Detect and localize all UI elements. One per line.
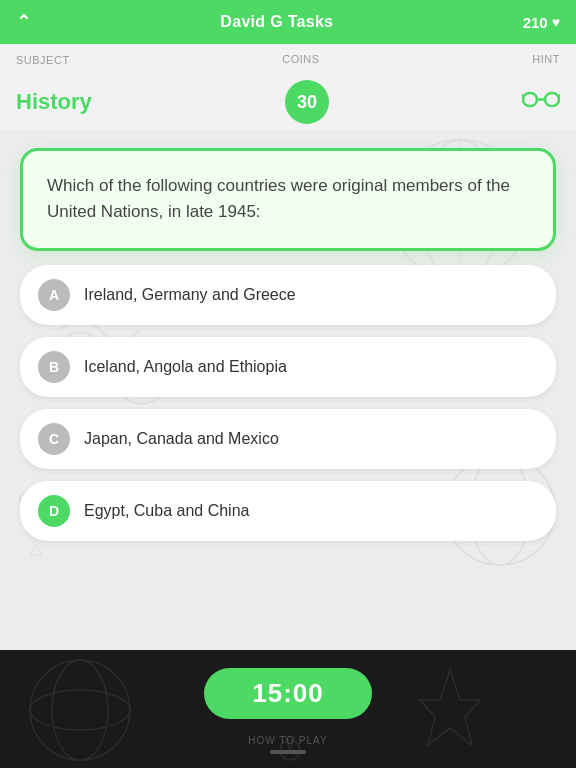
score-value: 210	[523, 14, 548, 31]
answer-d-text: Egypt, Cuba and China	[84, 502, 249, 520]
answer-d-letter: D	[38, 495, 70, 527]
bottom-bar: 15:00 HOW TO PLAY	[0, 650, 576, 768]
timer-value: 15:00	[252, 678, 324, 708]
info-row: History 30	[0, 72, 576, 130]
answer-d[interactable]: D Egypt, Cuba and China	[20, 481, 556, 541]
answer-b[interactable]: B Iceland, Angola and Ethiopia	[20, 337, 556, 397]
svg-point-15	[30, 660, 130, 760]
subject-label: SUBJECT	[16, 50, 70, 68]
how-to-play-section[interactable]: HOW TO PLAY	[248, 731, 327, 754]
answer-b-letter: B	[38, 351, 70, 383]
answer-c-letter: C	[38, 423, 70, 455]
answer-a-letter: A	[38, 279, 70, 311]
subject-name: History	[16, 89, 92, 115]
svg-rect-1	[545, 93, 559, 106]
main-content-area: Which of the following countries were or…	[0, 130, 576, 650]
svg-point-16	[52, 660, 108, 760]
score-display: 210 ♥	[523, 14, 560, 31]
coins-value: 30	[297, 92, 317, 113]
answers-section: A Ireland, Germany and Greece B Iceland,…	[0, 265, 576, 541]
heart-icon: ♥	[552, 14, 560, 30]
answer-a[interactable]: A Ireland, Germany and Greece	[20, 265, 556, 325]
svg-marker-14	[30, 545, 42, 555]
svg-line-3	[522, 95, 523, 100]
page-wrapper: ⌃ David G Tasks 210 ♥ SUBJECT COINS HINT…	[0, 0, 576, 768]
top-bar: ⌃ David G Tasks 210 ♥	[0, 0, 576, 44]
question-text: Which of the following countries were or…	[47, 173, 529, 226]
timer-display: 15:00	[204, 668, 372, 719]
question-card: Which of the following countries were or…	[20, 148, 556, 251]
answer-b-text: Iceland, Angola and Ethiopia	[84, 358, 287, 376]
bottom-line	[270, 750, 306, 754]
hint-label-col: HINT	[532, 53, 560, 65]
back-button[interactable]: ⌃	[16, 11, 31, 33]
coins-label-col: COINS	[282, 53, 319, 65]
labels-row: SUBJECT COINS HINT	[0, 44, 576, 72]
how-to-play-label: HOW TO PLAY	[248, 735, 327, 746]
hint-button[interactable]	[522, 87, 560, 118]
svg-rect-0	[523, 93, 537, 106]
answer-c[interactable]: C Japan, Canada and Mexico	[20, 409, 556, 469]
svg-line-4	[559, 95, 560, 100]
svg-point-17	[30, 690, 130, 730]
coins-circle: 30	[285, 80, 329, 124]
answer-a-text: Ireland, Germany and Greece	[84, 286, 296, 304]
app-title: David G Tasks	[220, 13, 333, 31]
answer-c-text: Japan, Canada and Mexico	[84, 430, 279, 448]
